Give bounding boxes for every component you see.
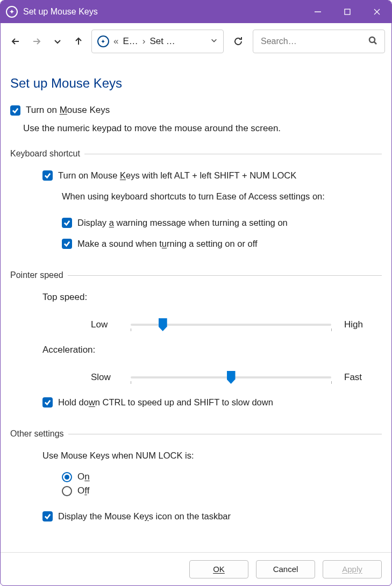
acceleration-label: Acceleration: xyxy=(42,345,382,355)
close-button[interactable] xyxy=(362,1,391,23)
content-area: Set up Mouse Keys Turn on Mouse Keys Use… xyxy=(1,60,391,552)
checkbox-icon xyxy=(42,511,53,521)
description-text: Use the numeric keypad to move the mouse… xyxy=(10,123,382,134)
acceleration-slider[interactable] xyxy=(131,370,331,384)
recent-dropdown[interactable] xyxy=(49,32,66,51)
apply-button[interactable]: Apply xyxy=(323,560,382,578)
acceleration-max-label: Fast xyxy=(344,372,371,383)
navbar: ✦ « E… › Set … xyxy=(1,23,391,60)
numlock-on-radio[interactable]: On xyxy=(10,471,382,482)
breadcrumb-part1[interactable]: E… xyxy=(123,36,138,47)
window-title: Set up Mouse Keys xyxy=(23,7,98,17)
radio-icon xyxy=(62,486,72,496)
page-title: Set up Mouse Keys xyxy=(10,76,382,91)
enable-shortcut-checkbox[interactable]: Turn on Mouse Keys with left ALT + left … xyxy=(10,170,382,181)
ok-button[interactable]: OK xyxy=(189,560,248,578)
maximize-button[interactable] xyxy=(332,1,362,23)
warning-message-checkbox[interactable]: Display a warning message when turning a… xyxy=(10,218,382,228)
up-button[interactable] xyxy=(70,32,87,51)
make-sound-checkbox[interactable]: Make a sound when turning a setting on o… xyxy=(10,239,382,249)
top-speed-thumb[interactable] xyxy=(159,318,167,331)
radio-icon xyxy=(62,472,72,482)
top-speed-min-label: Low xyxy=(91,319,118,330)
acceleration-block: Acceleration: Slow Fast xyxy=(10,345,382,384)
pointer-speed-group: Pointer speed xyxy=(10,270,382,280)
svg-line-8 xyxy=(374,42,376,44)
numlock-off-radio[interactable]: Off xyxy=(10,485,382,496)
top-speed-slider[interactable] xyxy=(131,318,331,332)
refresh-button[interactable] xyxy=(228,30,248,53)
keyboard-shortcut-group: Keyboard shortcut xyxy=(10,149,382,159)
search-icon[interactable] xyxy=(368,36,377,47)
checkbox-icon xyxy=(10,105,20,116)
checkbox-icon xyxy=(42,170,53,181)
svg-rect-1 xyxy=(345,9,350,15)
taskbar-icon-checkbox[interactable]: Display the Mouse Keys icon on the taskb… xyxy=(10,511,382,521)
search-input[interactable] xyxy=(261,37,368,46)
hold-ctrl-checkbox[interactable]: Hold down CTRL to speed up and SHIFT to … xyxy=(10,397,382,408)
breadcrumb-ellipsis: « xyxy=(113,36,118,47)
minimize-button[interactable] xyxy=(303,1,332,23)
control-panel-icon: ✦ xyxy=(97,35,109,47)
back-button[interactable] xyxy=(7,32,24,51)
app-icon: ✦ xyxy=(6,6,18,18)
svg-point-7 xyxy=(369,37,375,42)
top-speed-label: Top speed: xyxy=(42,292,382,303)
top-speed-max-label: High xyxy=(344,319,371,330)
numlock-label: Use Mouse Keys when NUM LOCK is: xyxy=(10,451,382,461)
acceleration-thumb[interactable] xyxy=(227,371,236,384)
titlebar: ✦ Set up Mouse Keys xyxy=(1,1,391,23)
forward-button[interactable] xyxy=(28,32,45,51)
cancel-button[interactable]: Cancel xyxy=(256,560,315,578)
breadcrumb-part2[interactable]: Set … xyxy=(149,36,175,47)
footer: OK Cancel Apply xyxy=(1,552,391,585)
shortcut-intro-text: When using keyboard shortcuts to turn Ea… xyxy=(10,191,382,202)
checkbox-icon xyxy=(42,397,53,408)
top-speed-block: Top speed: Low High xyxy=(10,292,382,332)
checkbox-icon xyxy=(62,218,72,228)
turn-on-mouse-keys-checkbox[interactable]: Turn on Mouse Keys xyxy=(10,105,382,116)
acceleration-min-label: Slow xyxy=(91,372,118,383)
breadcrumb-dropdown[interactable] xyxy=(210,36,218,47)
breadcrumb-sep: › xyxy=(142,36,146,47)
breadcrumb[interactable]: ✦ « E… › Set … xyxy=(91,30,224,53)
search-box[interactable] xyxy=(253,30,385,53)
other-settings-group: Other settings xyxy=(10,429,382,439)
checkbox-icon xyxy=(62,239,72,249)
